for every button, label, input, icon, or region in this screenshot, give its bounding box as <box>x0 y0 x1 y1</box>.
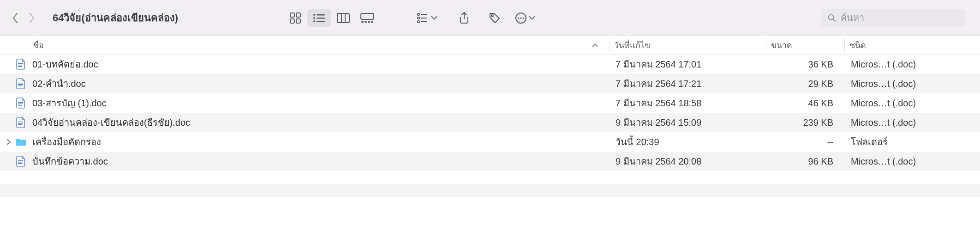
file-name: เครื่องมือคัดกรอง <box>32 135 101 149</box>
chevron-right-icon <box>6 139 11 145</box>
file-size: 36 KB <box>766 59 844 70</box>
svg-rect-43 <box>18 160 23 161</box>
group-icon <box>417 13 429 23</box>
doc-file-icon <box>16 78 26 90</box>
share-icon <box>459 12 469 24</box>
doc-file-icon <box>16 155 26 167</box>
back-button[interactable] <box>11 12 19 24</box>
file-size: 46 KB <box>766 98 844 109</box>
ellipsis-circle-icon <box>515 12 527 24</box>
column-header-kind[interactable]: ชนิด <box>844 38 980 52</box>
file-kind: โฟลเดอร์ <box>844 135 980 149</box>
svg-rect-17 <box>371 21 373 23</box>
column-view-button[interactable] <box>331 9 355 27</box>
svg-rect-2 <box>290 19 294 23</box>
svg-rect-15 <box>365 21 367 23</box>
file-name: 03-สารบัญ (1).doc <box>32 96 107 110</box>
table-row[interactable]: บันทึกข้อความ.doc9 มีนาคม 2564 20:0896 K… <box>0 152 980 171</box>
gallery-view-button[interactable] <box>355 9 379 27</box>
doc-file-icon <box>16 59 25 70</box>
more-actions-button[interactable] <box>513 9 537 27</box>
file-date: 7 มีนาคม 2564 17:21 <box>609 76 766 91</box>
toolbar-group-actions <box>415 9 537 27</box>
svg-rect-45 <box>18 163 22 164</box>
svg-rect-39 <box>18 105 22 105</box>
nav-arrows <box>11 12 36 24</box>
table-row[interactable]: 02-คำนำ.doc7 มีนาคม 2564 17:2129 KBMicro… <box>0 74 980 93</box>
svg-rect-34 <box>18 83 23 83</box>
file-list: 01-บทคัดย่อ.doc7 มีนาคม 2564 17:0136 KBM… <box>0 55 980 171</box>
column-header-size[interactable]: ขนาด <box>766 38 844 52</box>
file-kind: Micros…t (.doc) <box>844 98 980 109</box>
file-date: 7 มีนาคม 2564 17:01 <box>609 57 766 72</box>
svg-rect-36 <box>18 86 22 86</box>
svg-rect-1 <box>296 13 300 17</box>
svg-rect-5 <box>317 14 325 15</box>
file-size: 239 KB <box>766 117 844 128</box>
svg-point-6 <box>313 17 315 19</box>
column-header-date[interactable]: วันที่แก้ไข <box>609 38 766 52</box>
group-by-button[interactable] <box>415 9 439 27</box>
svg-rect-0 <box>290 13 294 17</box>
file-kind: Micros…t (.doc) <box>844 156 980 167</box>
file-name: 04วิจัยอ่านคล่อง-เขียนคล่อง(ธีรชัย).doc <box>32 115 190 130</box>
column-header-row: ชื่อ วันที่แก้ไข ขนาด ชนิด <box>0 36 980 55</box>
column-header-name[interactable]: ชื่อ <box>0 38 609 52</box>
share-button[interactable] <box>452 9 476 27</box>
doc-file-icon <box>16 78 25 89</box>
svg-rect-22 <box>418 21 419 23</box>
file-date: 9 มีนาคม 2564 20:08 <box>609 154 766 169</box>
chevron-left-icon <box>12 12 18 24</box>
file-date: 9 มีนาคม 2564 15:09 <box>609 115 766 130</box>
chevron-down-icon <box>529 15 535 21</box>
search-input[interactable] <box>841 12 958 23</box>
svg-point-4 <box>313 14 315 16</box>
svg-rect-7 <box>317 18 325 18</box>
table-row[interactable]: เครื่องมือคัดกรองวันนี้ 20:39--โฟลเดอร์ <box>0 132 980 152</box>
column-header-name-label: ชื่อ <box>33 38 44 52</box>
window-title: 64วิจัย(อ่านคล่องเขียนคล่อง) <box>53 10 178 26</box>
tags-button[interactable] <box>483 9 507 27</box>
file-date: 7 มีนาคม 2564 18:58 <box>609 96 766 110</box>
svg-rect-42 <box>18 124 22 125</box>
forward-button[interactable] <box>28 12 36 24</box>
svg-rect-14 <box>361 21 364 23</box>
list-view-button[interactable] <box>307 9 331 27</box>
grid-icon <box>289 12 301 24</box>
svg-rect-32 <box>18 65 23 65</box>
svg-rect-21 <box>421 18 427 18</box>
list-icon <box>313 13 326 23</box>
svg-line-30 <box>833 19 836 21</box>
tag-icon <box>489 12 501 24</box>
doc-file-icon <box>16 117 25 128</box>
icon-view-button[interactable] <box>283 9 307 27</box>
file-size: 96 KB <box>766 156 844 167</box>
svg-rect-31 <box>18 63 23 64</box>
list-gap <box>0 171 980 184</box>
svg-point-26 <box>518 17 520 18</box>
svg-rect-40 <box>18 122 23 122</box>
file-name: 01-บทคัดย่อ.doc <box>32 57 98 72</box>
svg-rect-37 <box>18 102 23 103</box>
svg-point-29 <box>829 14 834 19</box>
file-name: บันทึกข้อความ.doc <box>32 154 108 169</box>
svg-point-8 <box>313 20 315 22</box>
svg-rect-10 <box>337 13 349 23</box>
chevron-right-icon <box>29 12 35 24</box>
table-row[interactable]: 03-สารบัญ (1).doc7 มีนาคม 2564 18:5846 K… <box>0 93 980 113</box>
search-field[interactable] <box>821 9 965 27</box>
svg-rect-38 <box>18 104 23 104</box>
table-row[interactable]: 01-บทคัดย่อ.doc7 มีนาคม 2564 17:0136 KBM… <box>0 55 980 74</box>
gallery-icon <box>360 13 374 23</box>
svg-rect-33 <box>18 66 22 67</box>
chevron-up-icon <box>592 43 598 48</box>
file-size: -- <box>766 137 844 147</box>
view-switcher <box>283 9 379 27</box>
svg-rect-44 <box>18 162 23 162</box>
columns-icon <box>337 13 350 23</box>
folder-icon <box>16 137 26 147</box>
svg-rect-19 <box>421 14 427 15</box>
table-row[interactable]: 04วิจัยอ่านคล่อง-เขียนคล่อง(ธีรชัย).doc9… <box>0 113 980 132</box>
sort-indicator <box>592 40 598 50</box>
disclosure-triangle[interactable] <box>5 139 13 145</box>
